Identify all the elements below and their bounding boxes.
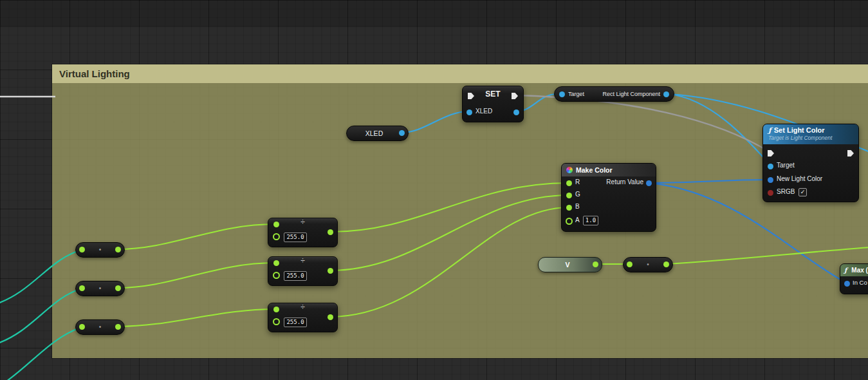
divide-input-a-pin[interactable]	[273, 307, 279, 312]
b-input-pin[interactable]	[566, 205, 572, 211]
xled-output-pin[interactable]	[399, 130, 405, 136]
blueprint-canvas[interactable]: Virtual Lighting XLED SET XLED	[0, 0, 868, 380]
comment-header[interactable]: Virtual Lighting	[52, 64, 868, 83]
function-icon: ƒ	[844, 267, 847, 274]
g-pin-label: G	[575, 191, 580, 198]
comment-body	[52, 83, 868, 358]
a-value-input[interactable]: 1.0	[583, 216, 598, 225]
node-conversion-2[interactable]: •	[75, 281, 125, 296]
divide-output-pin[interactable]	[328, 314, 333, 320]
divide-input-a-pin[interactable]	[273, 260, 279, 266]
set-xled-input-pin[interactable]	[466, 109, 472, 115]
target-pin-label: Target	[777, 162, 795, 169]
srgb-pin-label: SRGB	[777, 188, 795, 195]
node-max[interactable]: ƒ Max ( In Co	[840, 263, 868, 294]
node-conversion-3[interactable]: •	[75, 319, 125, 335]
node-set-light-color[interactable]: ƒSet Light Color Target is Light Compone…	[762, 124, 859, 202]
r-input-pin[interactable]	[566, 180, 572, 186]
divide-input-b-pin[interactable]	[273, 318, 280, 325]
return-value-label: Return Value	[606, 178, 643, 185]
divide-output-pin[interactable]	[328, 268, 333, 274]
set-xled-output-pin[interactable]	[513, 109, 519, 115]
function-icon: ƒ	[768, 126, 771, 135]
comment-virtual-lighting[interactable]: Virtual Lighting	[51, 64, 868, 359]
color-struct-icon	[566, 167, 573, 173]
max-in-color-pin-label: In Co	[853, 279, 867, 286]
divide-value-input[interactable]: 255.0	[284, 271, 307, 281]
b-pin-label: B	[575, 203, 580, 210]
node-divide-2[interactable]: ÷ 255.0	[268, 256, 338, 286]
comment-title: Virtual Lighting	[59, 68, 130, 79]
max-title: Max (	[851, 267, 868, 274]
a-input-pin[interactable]	[566, 218, 573, 225]
make-color-header[interactable]: Make Color	[562, 164, 656, 176]
divide-input-b-pin[interactable]	[273, 272, 280, 279]
target-input-pin[interactable]	[768, 164, 773, 169]
set-xled-pin-label: XLED	[476, 108, 492, 115]
node-divide-3[interactable]: ÷ 255.0	[268, 303, 338, 332]
set-light-color-subtitle: Target is Light Component	[768, 135, 853, 141]
max-header[interactable]: ƒ Max (	[840, 264, 868, 276]
divide-input-a-pin[interactable]	[273, 222, 279, 227]
a-pin-label: A	[575, 216, 580, 223]
conversion-output-pin[interactable]	[115, 247, 121, 252]
divide-value-input[interactable]: 255.0	[284, 318, 307, 327]
set-light-color-title: Set Light Color	[774, 126, 825, 134]
conversion-output-pin[interactable]	[115, 285, 121, 291]
r-pin-label: R	[575, 178, 580, 185]
divide-value-input[interactable]: 255.0	[284, 233, 307, 242]
node-conversion-1[interactable]: •	[75, 242, 125, 258]
exec-in-pin[interactable]	[768, 150, 774, 157]
rect-light-component-label: Rect Light Component	[602, 91, 660, 97]
srgb-input-pin[interactable]	[768, 190, 773, 196]
set-light-color-header[interactable]: ƒSet Light Color Target is Light Compone…	[763, 124, 858, 144]
node-set-xled[interactable]: SET XLED	[462, 86, 524, 122]
new-light-color-pin-label: New Light Color	[777, 175, 822, 182]
g-input-pin[interactable]	[566, 193, 572, 198]
return-value-output-pin[interactable]	[646, 180, 652, 186]
node-divide-1[interactable]: ÷ 255.0	[268, 218, 338, 247]
exec-out-pin[interactable]	[847, 150, 854, 157]
target-input-pin[interactable]	[559, 91, 565, 97]
conversion-output-pin[interactable]	[663, 261, 669, 267]
max-in-color-input-pin[interactable]	[844, 281, 850, 287]
make-color-title: Make Color	[576, 166, 613, 174]
target-label: Target	[568, 91, 584, 97]
srgb-checkbox[interactable]: ✓	[799, 188, 807, 196]
divide-output-pin[interactable]	[328, 229, 333, 235]
new-light-color-input-pin[interactable]	[768, 177, 773, 183]
rect-light-component-output-pin[interactable]	[663, 91, 669, 97]
node-conversion-4[interactable]: •	[623, 257, 673, 272]
node-target-rect-light-component[interactable]: Target Rect Light Component	[554, 86, 674, 102]
node-v-getter[interactable]: V	[538, 257, 602, 272]
v-output-pin[interactable]	[593, 261, 598, 267]
node-make-color[interactable]: Make Color R Return Value G B A 1.0	[561, 163, 656, 232]
conversion-output-pin[interactable]	[115, 324, 121, 330]
top-shade	[0, 0, 868, 27]
divide-input-b-pin[interactable]	[273, 233, 280, 240]
node-xled-getter[interactable]: XLED	[346, 126, 409, 141]
